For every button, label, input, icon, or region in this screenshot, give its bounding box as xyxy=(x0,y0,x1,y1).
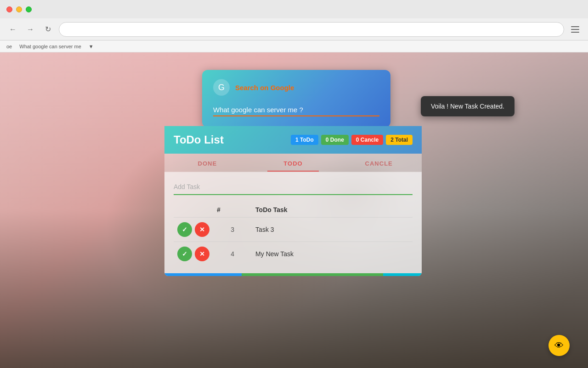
close-button[interactable] xyxy=(6,6,12,12)
table-row: ✓ ✕ 3 Task 3 xyxy=(174,218,413,242)
table-row: ✓ ✕ 4 My New Task xyxy=(174,242,413,266)
google-card-header: G Search on Google xyxy=(213,79,379,96)
progress-bar xyxy=(164,273,422,276)
done-button-task4[interactable]: ✓ xyxy=(177,247,192,261)
browser-toolbar: ← → ↻ xyxy=(0,18,588,40)
forward-button[interactable]: → xyxy=(24,23,37,36)
badge-done: 0 Done xyxy=(321,135,349,145)
badge-total: 2 Total xyxy=(386,135,413,145)
google-search-input[interactable] xyxy=(213,104,379,116)
back-button[interactable]: ← xyxy=(6,23,19,36)
titlebar xyxy=(0,0,588,18)
progress-cyan xyxy=(383,273,422,276)
task-name-4: My New Task xyxy=(252,242,413,266)
todo-widget: ToDo List 1 ToDo 0 Done 0 Cancle 2 Total… xyxy=(164,126,422,276)
progress-blue xyxy=(164,273,242,276)
task-name-3: Task 3 xyxy=(252,218,413,242)
address-bar[interactable] xyxy=(59,22,564,37)
task-actions: ✓ ✕ xyxy=(177,247,209,261)
tab-todo[interactable]: TODO xyxy=(250,154,336,172)
todo-footer xyxy=(164,273,422,276)
bookmark-oe[interactable]: oe xyxy=(6,44,12,49)
cancel-button-task4[interactable]: ✕ xyxy=(195,247,209,261)
google-icon: G xyxy=(213,79,230,96)
task-table: # ToDo Task ✓ ✕ 3 Task 3 xyxy=(174,202,413,266)
refresh-button[interactable]: ↻ xyxy=(41,23,54,36)
toast-notification: Voila ! New Task Created. xyxy=(421,96,514,116)
toast-message: Voila ! New Task Created. xyxy=(431,103,504,110)
google-search-card: G Search on Google xyxy=(202,70,390,127)
bookmark-more[interactable]: ▼ xyxy=(89,44,94,49)
col-num: # xyxy=(213,202,252,218)
task-num-3: 3 xyxy=(213,218,252,242)
bookmarks-bar: oe What google can server me ▼ xyxy=(0,40,588,52)
done-button-task3[interactable]: ✓ xyxy=(177,222,192,237)
eye-icon: 👁 xyxy=(554,340,564,351)
google-card-title: Search on Google xyxy=(235,84,294,92)
progress-green xyxy=(242,273,383,276)
maximize-button[interactable] xyxy=(26,6,32,12)
tab-done[interactable]: DONE xyxy=(164,154,250,172)
todo-tabs: DONE TODO CANCLE xyxy=(164,154,422,172)
main-content: G Search on Google Voila ! New Task Crea… xyxy=(0,52,588,368)
address-input[interactable] xyxy=(66,26,557,33)
col-actions xyxy=(174,202,213,218)
todo-header: ToDo List 1 ToDo 0 Done 0 Cancle 2 Total xyxy=(164,126,422,154)
cancel-button-task3[interactable]: ✕ xyxy=(195,222,209,237)
eye-button[interactable]: 👁 xyxy=(548,335,570,356)
todo-badges: 1 ToDo 0 Done 0 Cancle 2 Total xyxy=(291,135,413,145)
badge-todo: 1 ToDo xyxy=(291,135,318,145)
bookmark-google[interactable]: What google can server me xyxy=(19,44,81,49)
tab-cancle[interactable]: CANCLE xyxy=(336,154,422,172)
menu-button[interactable] xyxy=(569,23,582,36)
task-actions: ✓ ✕ xyxy=(177,222,209,237)
col-task: ToDo Task xyxy=(252,202,413,218)
badge-cancel: 0 Cancle xyxy=(351,135,383,145)
todo-title: ToDo List xyxy=(174,133,224,146)
todo-body: # ToDo Task ✓ ✕ 3 Task 3 xyxy=(164,172,422,273)
task-num-4: 4 xyxy=(213,242,252,266)
add-task-input[interactable] xyxy=(174,179,413,195)
minimize-button[interactable] xyxy=(16,6,22,12)
